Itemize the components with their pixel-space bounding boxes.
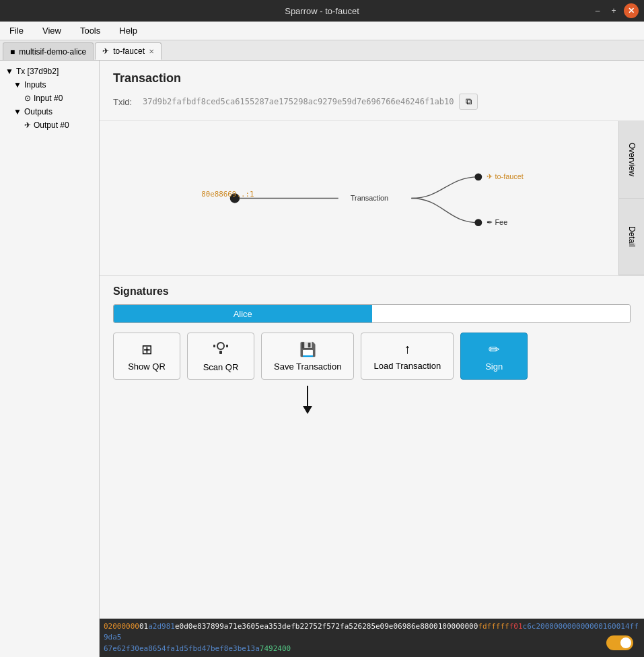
show-qr-icon: ⊞ (141, 341, 153, 357)
sidebar-label-tx: Tx [37d9b2] (16, 67, 59, 76)
center-label: Transaction (351, 194, 388, 202)
minimize-button[interactable]: – (592, 5, 604, 17)
output1-line (411, 177, 478, 199)
show-qr-button[interactable]: ⊞ Show QR (113, 333, 180, 380)
arrow-annotation (303, 386, 312, 414)
sidebar-item-output0[interactable]: ✈ Output #0 (0, 118, 99, 132)
sidebar-label-output0: Output #0 (34, 120, 69, 130)
tab-to-faucet[interactable]: ✈ to-faucet ✕ (95, 42, 162, 60)
menu-tools[interactable]: Tools (76, 24, 104, 37)
transaction-title: Transaction (113, 71, 631, 85)
load-transaction-icon: ↑ (404, 341, 410, 357)
content-panel: Transaction Txid: 37d9b2fafbdf8ced5ca615… (100, 61, 644, 657)
tab-detail[interactable]: Detail (619, 199, 644, 276)
scan-qr-icon (213, 340, 228, 358)
tab-label: multisif-demo-alice (19, 47, 86, 57)
output2-label: ✒ Fee (487, 218, 507, 226)
load-transaction-button[interactable]: ↑ Load Transaction (361, 333, 454, 380)
sidebar-item-input0[interactable]: ⊙ Input #0 (0, 92, 99, 105)
save-transaction-icon: 💾 (299, 341, 316, 357)
save-transaction-label: Save Transaction (274, 361, 341, 372)
sign-label: Sign (485, 361, 503, 372)
graph-area: 80e88669..:1 Transaction ✈ to-faucet ✒ F… (100, 121, 644, 276)
tab-multisif-demo-alice[interactable]: ■ multisif-demo-alice (3, 42, 94, 60)
sidebar-label-inputs: Inputs (24, 80, 46, 90)
window-title: Sparrow - to-faucet (285, 6, 359, 16)
sidebar-label-input0: Input #0 (34, 94, 63, 103)
txid-value: 37d9b2fafbdf8ced5ca6155287ae175298ac9279… (143, 97, 454, 106)
sidebar-arrow-outputs: ▼ (13, 107, 22, 116)
main-area: ▼ Tx [37d9b2] ▼ Inputs ⊙ Input #0 ▼ Outp… (0, 61, 644, 657)
output-icon: ✈ (24, 120, 31, 130)
window-controls: – + ✕ (592, 3, 639, 18)
menu-file[interactable]: File (5, 24, 28, 37)
tab-overview[interactable]: Overview (619, 121, 644, 199)
hex-segment-10: 7492400 (260, 644, 291, 653)
bottom-toggle[interactable] (606, 635, 633, 650)
tab-icon: ✈ (102, 46, 109, 56)
titlebar: Sparrow - to-faucet – + ✕ (0, 0, 644, 22)
signature-progress: Alice (113, 304, 631, 323)
hex-segment-1: 02000000 (104, 622, 139, 631)
side-tabs: Overview Detail (618, 121, 644, 275)
menu-help[interactable]: Help (115, 24, 141, 37)
tab-label: to-faucet (113, 46, 145, 56)
arrow-line (307, 386, 308, 406)
sidebar-item-inputs[interactable]: ▼ Inputs (0, 78, 99, 92)
hex-segment-9: 67e62f30ea8654fa1d5fbd47bef8e3be13a (104, 644, 260, 653)
load-transaction-label: Load Transaction (373, 361, 441, 371)
input-label: 80e88669..:1 (201, 190, 254, 199)
save-transaction-button[interactable]: 💾 Save Transaction (261, 333, 354, 380)
svg-rect-3 (226, 345, 228, 347)
hex-segment-6: fdfffff (478, 622, 509, 631)
tab-close-icon[interactable]: ✕ (149, 48, 154, 55)
sidebar-arrow-inputs: ▼ (13, 80, 22, 90)
hex-segment-3: a2d981 (148, 622, 175, 631)
sidebar: ▼ Tx [37d9b2] ▼ Inputs ⊙ Input #0 ▼ Outp… (0, 61, 100, 657)
sidebar-item-outputs[interactable]: ▼ Outputs (0, 105, 99, 118)
menu-view[interactable]: View (38, 24, 65, 37)
sidebar-arrow-tx: ▼ (5, 67, 13, 76)
scan-qr-button[interactable]: Scan QR (187, 333, 254, 380)
output1-node (474, 173, 482, 180)
sign-icon: ✏ (489, 341, 500, 357)
signatures-title: Signatures (113, 285, 631, 298)
tab-icon: ■ (10, 47, 15, 57)
copy-txid-button[interactable]: ⧉ (459, 94, 478, 110)
hex-segment-5: 100000000 (438, 622, 478, 631)
svg-point-0 (217, 343, 224, 349)
copy-icon: ⧉ (466, 96, 472, 107)
transaction-section: Transaction Txid: 37d9b2fafbdf8ced5ca615… (100, 61, 644, 121)
sign-button[interactable]: ✏ Sign (460, 333, 528, 380)
menubar: File View Tools Help (0, 22, 644, 40)
sidebar-label-outputs: Outputs (24, 107, 52, 116)
sig-progress-empty (372, 305, 631, 322)
hex-bar: 0200000001a2d981e0d0e837899a71e3605ea353… (100, 619, 644, 658)
svg-rect-2 (213, 345, 215, 347)
maximize-button[interactable]: + (608, 5, 620, 17)
hex-segment-4: e0d0e837899a71e3605ea353defb22752f572fa5… (175, 622, 438, 631)
txid-row: Txid: 37d9b2fafbdf8ced5ca6155287ae175298… (113, 94, 631, 110)
signatures-section: Signatures Alice ⊞ Show QR (100, 276, 644, 619)
close-button[interactable]: ✕ (624, 3, 639, 18)
svg-rect-1 (219, 351, 222, 354)
show-qr-label: Show QR (128, 361, 166, 372)
scan-qr-label: Scan QR (203, 362, 239, 372)
output2-node (474, 219, 482, 226)
action-buttons: ⊞ Show QR Scan QR 💾 (113, 333, 631, 380)
hex-segment-7: f01 (509, 622, 523, 631)
hex-segment-2: 01 (139, 622, 148, 631)
output2-line (411, 199, 478, 223)
sidebar-item-tx[interactable]: ▼ Tx [37d9b2] (0, 65, 99, 78)
arrow-head (303, 406, 312, 414)
transaction-graph: 80e88669..:1 Transaction ✈ to-faucet ✒ F… (113, 128, 631, 269)
output1-label: ✈ to-faucet (487, 172, 523, 180)
sig-progress-label: Alice (234, 309, 252, 319)
txid-label: Txid: (113, 97, 137, 107)
input-icon: ⊙ (24, 94, 31, 103)
tabs-bar: ■ multisif-demo-alice ✈ to-faucet ✕ (0, 40, 644, 61)
sig-progress-filled: Alice (114, 305, 372, 322)
